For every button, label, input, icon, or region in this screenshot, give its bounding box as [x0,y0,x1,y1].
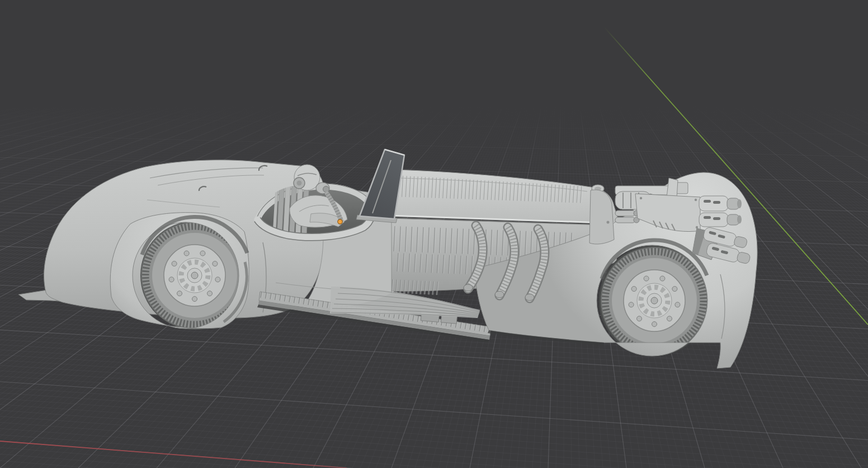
viewport-canvas[interactable] [0,0,868,468]
recoil-tube-1 [615,210,635,216]
receiver-rivet-1 [640,197,642,199]
shroud-slot [704,216,711,219]
front-wheel[interactable] [601,247,707,354]
blender-3d-viewport[interactable] [0,0,868,468]
cowl-rivet [607,221,610,224]
driver-mask-valve [323,186,329,193]
receiver-rivet-2 [695,199,697,201]
shroud-slot [704,200,711,203]
muzzle-bottom-tip [737,216,742,224]
shroud-slot [713,217,720,220]
recoil-tube-2 [615,217,635,223]
object-origin-dot[interactable] [338,219,342,224]
muzzle-top-tip [737,199,742,208]
driver-ear-cup-center [297,181,302,186]
shroud-slot [713,201,720,204]
